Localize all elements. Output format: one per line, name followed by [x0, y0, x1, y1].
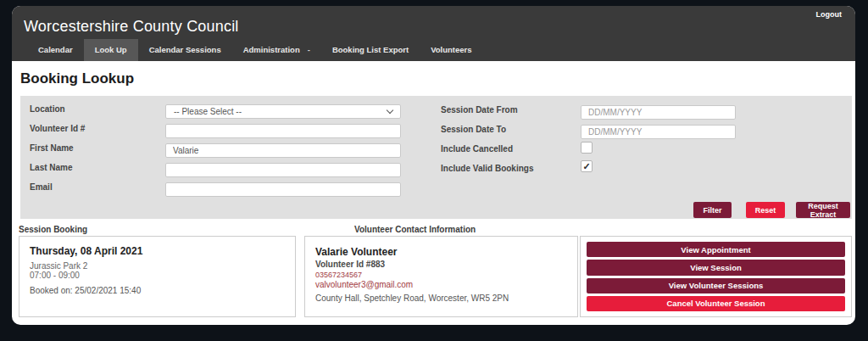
- include-cancelled-label: Include Cancelled: [441, 144, 513, 154]
- chevron-down-icon: [387, 107, 393, 114]
- volunteer-id-label: Volunteer Id #: [30, 124, 85, 133]
- volunteer-contact-section-label: Volunteer Contact Information: [354, 225, 476, 234]
- last-name-input[interactable]: [165, 163, 401, 177]
- email-label: Email: [30, 182, 53, 192]
- nav-tab-volunteers[interactable]: Volunteers: [420, 39, 482, 61]
- screen-background: { "window": { "title": "Worcestershire C…: [0, 0, 868, 341]
- include-cancelled-checkbox[interactable]: [581, 142, 593, 154]
- session-date-from-label: Session Date From: [441, 105, 518, 115]
- volunteer-phone-link[interactable]: 03567234567: [315, 271, 362, 279]
- email-input[interactable]: [165, 182, 401, 197]
- request-extract-button[interactable]: Request Extract: [796, 202, 850, 218]
- logout-link[interactable]: Logout: [816, 10, 843, 19]
- first-name-label: First Name: [30, 143, 74, 153]
- booking-venue: Jurassic Park 2: [30, 261, 87, 271]
- volunteer-contact-card: Valarie Volunteer Volunteer Id #883 0356…: [304, 236, 578, 317]
- nav-tab-label: Administration: [243, 45, 300, 54]
- session-date-from-input[interactable]: [581, 105, 736, 120]
- reset-button[interactable]: Reset: [746, 202, 785, 218]
- nav-tab-calendar[interactable]: Calendar: [27, 39, 84, 61]
- session-booking-card: Thursday, 08 April 2021 Jurassic Park 2 …: [19, 236, 296, 317]
- booking-booked-on: Booked on: 25/02/2021 15:40: [30, 286, 141, 295]
- location-label: Location: [30, 104, 65, 114]
- nav-tab-look-up[interactable]: Look Up: [84, 39, 138, 61]
- cancel-volunteer-session-button[interactable]: Cancel Volunteer Session: [587, 296, 845, 311]
- nav-tab-calendar-sessions[interactable]: Calendar Sessions: [138, 39, 232, 61]
- volunteer-id-input[interactable]: [165, 124, 401, 138]
- page-title: Booking Lookup: [20, 70, 134, 87]
- app-title: Worcestershire County Council: [24, 18, 239, 36]
- session-date-to-label: Session Date To: [441, 125, 506, 134]
- volunteer-id: Volunteer Id #883: [315, 260, 385, 269]
- nav-tabs: CalendarLook UpCalendar SessionsAdminist…: [27, 39, 483, 61]
- nav-tab-label: Calendar: [38, 45, 73, 54]
- nav-tab-label: Booking List Export: [332, 45, 409, 54]
- volunteer-name: Valarie Volunteer: [315, 246, 398, 258]
- session-booking-section-label: Session Booking: [19, 225, 87, 234]
- view-session-button[interactable]: View Session: [587, 260, 845, 275]
- nav-tab-label: Calendar Sessions: [149, 45, 221, 54]
- dropdown-caret-icon: -: [308, 45, 310, 54]
- booking-date: Thursday, 08 April 2021: [30, 245, 142, 257]
- nav-tab-label: Volunteers: [431, 45, 471, 54]
- include-valid-bookings-checkbox[interactable]: ✓: [581, 160, 593, 172]
- app-header: Logout Worcestershire County Council Cal…: [12, 6, 855, 61]
- nav-tab-booking-list-export[interactable]: Booking List Export: [321, 39, 420, 61]
- app-window: Logout Worcestershire County Council Cal…: [12, 6, 855, 325]
- nav-tab-administration[interactable]: Administration-: [232, 39, 321, 61]
- first-name-input[interactable]: [165, 143, 401, 158]
- last-name-label: Last Name: [30, 163, 73, 172]
- nav-tab-label: Look Up: [95, 45, 127, 54]
- view-appointment-button[interactable]: View Appointment: [587, 242, 845, 257]
- volunteer-address: County Hall, Spetchley Road, Worcester, …: [315, 293, 509, 303]
- booking-time: 07:00 - 09:00: [30, 271, 80, 280]
- volunteer-email-link[interactable]: valvolunteer3@gmail.com: [315, 280, 413, 289]
- session-date-to-input[interactable]: [581, 125, 736, 139]
- location-select[interactable]: -- Please Select --: [165, 104, 401, 119]
- booking-actions-panel: View AppointmentView SessionView Volunte…: [580, 236, 852, 317]
- filter-panel: Location -- Please Select -- Volunteer I…: [20, 96, 852, 219]
- location-selected-value: -- Please Select --: [174, 107, 242, 116]
- filter-button[interactable]: Filter: [693, 202, 732, 218]
- view-volunteer-sessions-button[interactable]: View Volunteer Sessions: [587, 278, 845, 293]
- include-valid-bookings-label: Include Valid Bookings: [441, 164, 533, 173]
